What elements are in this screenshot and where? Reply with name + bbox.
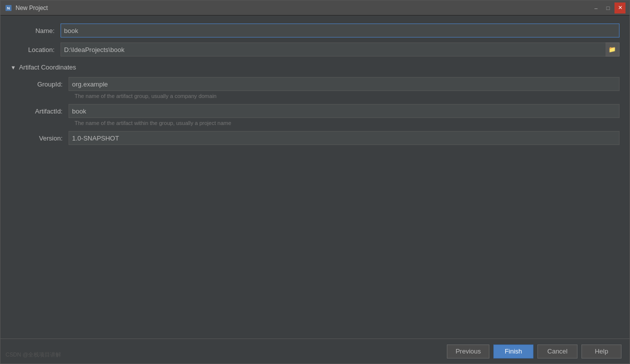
cancel-button[interactable]: Cancel <box>537 344 577 358</box>
location-input[interactable] <box>61 42 619 56</box>
title-bar: N New Project – □ ✕ <box>1 0 629 16</box>
groupid-label: GroupId: <box>19 80 69 88</box>
artifactid-hint: The name of the artifact within the grou… <box>19 120 619 126</box>
window-controls: – □ ✕ <box>590 2 625 14</box>
groupid-hint: The name of the artifact group, usually … <box>19 93 619 99</box>
groupid-input[interactable] <box>69 77 619 91</box>
minimize-button[interactable]: – <box>590 2 601 14</box>
location-row: Location: 📁 <box>11 42 619 56</box>
help-button[interactable]: Help <box>581 344 621 358</box>
artifactid-input[interactable] <box>69 104 619 118</box>
version-input[interactable] <box>69 131 619 145</box>
dialog-footer: Previous Finish Cancel Help <box>1 338 629 364</box>
dialog-title: New Project <box>16 4 590 12</box>
dialog-content: Name: Location: 📁 ▼ Artifact Coordinates… <box>1 16 629 338</box>
folder-icon: 📁 <box>608 46 616 53</box>
artifact-coordinates-section-header: ▼ Artifact Coordinates <box>11 64 619 71</box>
dialog-icon: N <box>5 4 13 12</box>
watermark: CSDN @全栈项目讲解 <box>6 351 61 358</box>
name-row: Name: <box>11 24 619 38</box>
artifactid-row: ArtifactId: <box>19 104 619 118</box>
svg-text:N: N <box>7 6 10 10</box>
artifact-coordinates-content: GroupId: The name of the artifact group,… <box>11 77 619 145</box>
previous-button[interactable]: Previous <box>447 344 489 358</box>
finish-button[interactable]: Finish <box>493 344 533 358</box>
new-project-dialog: N New Project – □ ✕ Name: Location: 📁 <box>0 0 630 364</box>
maximize-button[interactable]: □ <box>602 2 613 14</box>
close-button[interactable]: ✕ <box>614 2 625 14</box>
collapse-arrow[interactable]: ▼ <box>11 64 16 70</box>
version-row: Version: <box>19 131 619 145</box>
location-label: Location: <box>11 46 61 54</box>
name-input[interactable] <box>61 24 619 38</box>
name-label: Name: <box>11 27 61 34</box>
version-label: Version: <box>19 134 69 142</box>
groupid-row: GroupId: <box>19 77 619 91</box>
artifactid-label: ArtifactId: <box>19 108 69 115</box>
browse-folder-button[interactable]: 📁 <box>605 42 619 56</box>
location-input-wrapper: 📁 <box>61 42 619 56</box>
section-title: Artifact Coordinates <box>19 64 76 71</box>
